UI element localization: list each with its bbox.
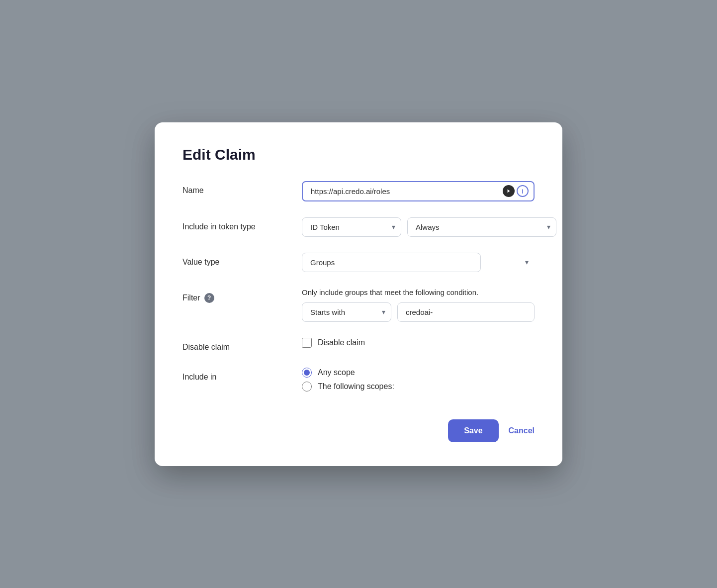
name-control: i <box>302 181 535 201</box>
include-in-label: Include in <box>182 368 302 382</box>
filter-condition-select-wrapper: Starts with Ends with Contains Equals ▾ <box>302 302 391 322</box>
name-input-wrapper: i <box>302 181 535 201</box>
svg-marker-0 <box>508 189 510 193</box>
disable-claim-checkbox[interactable] <box>302 338 312 348</box>
filter-value-input[interactable] <box>397 302 535 322</box>
following-scopes-radio-row: The following scopes: <box>302 382 535 392</box>
value-type-select[interactable]: Groups String Array <box>302 253 481 272</box>
frequency-select[interactable]: Always Never <box>407 217 556 237</box>
filter-help-icon[interactable]: ? <box>204 293 214 303</box>
include-in-row: Include in Any scope The following scope… <box>182 368 535 395</box>
disable-claim-checkbox-label[interactable]: Disable claim <box>318 338 365 347</box>
value-type-row: Value type Groups String Array ▾ <box>182 253 535 272</box>
modal-overlay: Edit Claim Name i <box>0 0 717 588</box>
name-input[interactable] <box>302 181 535 201</box>
any-scope-radio-row: Any scope <box>302 368 535 378</box>
save-button[interactable]: Save <box>448 419 498 442</box>
token-type-label: Include in token type <box>182 217 302 231</box>
disable-claim-row: Disable claim Disable claim <box>182 338 535 352</box>
name-row: Name i <box>182 181 535 201</box>
filter-control: Only include groups that meet the follow… <box>302 288 535 322</box>
include-in-control: Any scope The following scopes: <box>302 368 535 395</box>
name-label: Name <box>182 181 302 195</box>
cancel-button[interactable]: Cancel <box>509 426 535 435</box>
following-scopes-radio-label[interactable]: The following scopes: <box>318 382 394 391</box>
value-type-chevron-icon: ▾ <box>525 258 529 266</box>
modal-footer: Save Cancel <box>182 419 535 442</box>
name-expand-button[interactable] <box>503 185 515 197</box>
any-scope-radio-label[interactable]: Any scope <box>318 368 355 377</box>
value-type-control: Groups String Array ▾ <box>302 253 535 272</box>
modal-title: Edit Claim <box>182 146 535 163</box>
filter-row: Filter ? Only include groups that meet t… <box>182 288 535 322</box>
value-type-label: Value type <box>182 253 302 267</box>
filter-condition-select[interactable]: Starts with Ends with Contains Equals <box>302 302 391 322</box>
name-input-icons: i <box>503 185 529 197</box>
token-type-row: Include in token type ID Token Access To… <box>182 217 535 237</box>
disable-claim-field-label: Disable claim <box>182 338 302 352</box>
disable-claim-control: Disable claim <box>302 338 535 352</box>
filter-description: Only include groups that meet the follow… <box>302 288 535 296</box>
frequency-select-wrapper: Always Never ▾ <box>407 217 556 237</box>
disable-claim-checkbox-row: Disable claim <box>302 338 535 348</box>
following-scopes-radio[interactable] <box>302 382 312 392</box>
any-scope-radio[interactable] <box>302 368 312 378</box>
name-info-button[interactable]: i <box>517 185 529 197</box>
filter-label: Filter ? <box>182 288 302 303</box>
token-type-control: ID Token Access Token ▾ Always Never ▾ <box>302 217 556 237</box>
info-icon: i <box>522 188 524 195</box>
value-type-select-wrapper: Groups String Array ▾ <box>302 253 535 272</box>
edit-claim-modal: Edit Claim Name i <box>155 122 562 466</box>
token-type-select-wrapper: ID Token Access Token ▾ <box>302 217 401 237</box>
token-type-select[interactable]: ID Token Access Token <box>302 217 401 237</box>
filter-inputs-row: Starts with Ends with Contains Equals ▾ <box>302 302 535 322</box>
